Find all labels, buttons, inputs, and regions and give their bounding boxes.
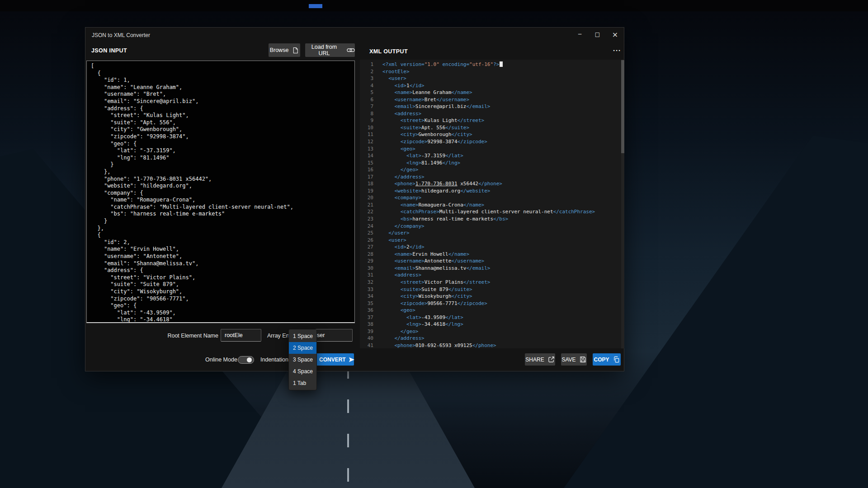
ellipsis-icon: ··· <box>613 47 621 54</box>
xml-code: <?xml version="1.0" encoding="utf-16"?><… <box>378 60 621 348</box>
root-element-name-input[interactable] <box>221 329 261 342</box>
xml-output-area: 1234567891011121314151617181920212223242… <box>360 60 621 348</box>
more-options-button[interactable]: ··· <box>611 45 623 56</box>
indent-option-2-space[interactable]: 2 Space <box>289 342 316 354</box>
indent-option-1-tab[interactable]: 1 Tab <box>289 377 316 389</box>
top-taskbar <box>0 0 868 11</box>
copy-label: COPY <box>594 357 609 363</box>
json-input-textarea[interactable]: [ { "id": 1, "name": "Leanne Graham", "u… <box>86 61 355 323</box>
maximize-button[interactable]: □ <box>589 28 606 41</box>
window-title: JSON to XML Converter <box>92 32 150 38</box>
xml-line-numbers: 1234567891011121314151617181920212223242… <box>360 60 378 348</box>
copy-icon <box>613 356 620 363</box>
window-controls: ─ □ × <box>571 28 624 41</box>
xml-scrollbar[interactable] <box>621 60 624 348</box>
toggle-knob <box>247 357 252 362</box>
root-element-name-label: Root Element Name <box>153 333 218 339</box>
convert-label: CONVERT <box>319 357 346 363</box>
share-button[interactable]: SHARE <box>525 353 555 366</box>
link-icon <box>347 47 355 53</box>
copy-button[interactable]: COPY <box>593 353 621 366</box>
load-from-url-label: Load from URL <box>305 44 343 56</box>
close-button[interactable]: × <box>606 28 624 41</box>
xml-output-title: XML OUTPUT <box>369 48 408 55</box>
indent-option-1-space[interactable]: 1 Space <box>289 330 316 342</box>
json-input-title: JSON INPUT <box>91 47 127 54</box>
indent-option-3-space[interactable]: 3 Space <box>289 354 316 366</box>
load-from-url-button[interactable]: Load from URL <box>305 43 355 57</box>
share-icon <box>548 356 555 363</box>
browse-label: Browse <box>270 47 289 53</box>
minimize-button[interactable]: ─ <box>571 28 589 41</box>
browse-button[interactable]: Browse <box>269 43 300 57</box>
taskbar-accent <box>309 4 322 8</box>
share-label: SHARE <box>525 357 544 363</box>
send-icon <box>349 357 355 362</box>
indentation-dropdown: 1 Space2 Space3 Space4 Space1 Tab <box>288 329 317 390</box>
save-label: SAVE <box>561 357 576 363</box>
save-icon <box>580 356 586 363</box>
save-button[interactable]: SAVE <box>561 353 587 366</box>
app-window: JSON to XML Converter ─ □ × JSON INPUT B… <box>85 27 624 371</box>
indentation-label: Indentation <box>260 357 288 363</box>
online-mode-label: Online Mode <box>205 357 237 363</box>
xml-scrollbar-thumb[interactable] <box>621 60 624 153</box>
online-mode-toggle[interactable] <box>238 356 254 364</box>
indent-option-4-space[interactable]: 4 Space <box>289 366 316 377</box>
file-icon <box>292 47 299 54</box>
